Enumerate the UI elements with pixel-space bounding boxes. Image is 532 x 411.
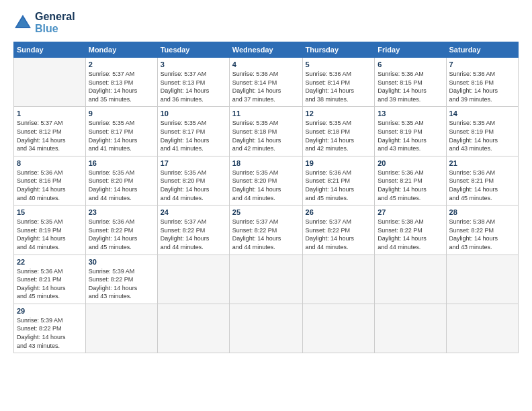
day-info: Sunrise: 5:36 AMSunset: 8:21 PMDaylight:… [378,169,443,202]
day-info: Sunrise: 5:35 AMSunset: 8:20 PMDaylight:… [89,169,154,202]
day-info: Sunrise: 5:36 AMSunset: 8:14 PMDaylight:… [232,70,300,103]
day-info: Sunrise: 5:35 AMSunset: 8:17 PMDaylight:… [89,119,154,152]
weekday-header: SundayMondayTuesdayWednesdayThursdayFrid… [14,42,519,58]
day-info: Sunrise: 5:37 AMSunset: 8:13 PMDaylight:… [89,70,154,103]
calendar-cell: 7Sunrise: 5:36 AMSunset: 8:16 PMDaylight… [446,58,518,107]
calendar-cell: 20Sunrise: 5:36 AMSunset: 8:21 PMDayligh… [375,156,446,205]
day-number: 14 [449,109,515,118]
calendar-week-1: 1Sunrise: 5:37 AMSunset: 8:12 PMDaylight… [14,107,519,156]
calendar-cell [446,304,518,353]
day-number: 17 [161,159,226,167]
calendar-week-3: 15Sunrise: 5:35 AMSunset: 8:19 PMDayligh… [14,205,519,255]
calendar-cell: 26Sunrise: 5:37 AMSunset: 8:22 PMDayligh… [302,205,375,255]
calendar-week-0: 2Sunrise: 5:37 AMSunset: 8:13 PMDaylight… [14,58,519,107]
calendar-table: SundayMondayTuesdayWednesdayThursdayFrid… [13,42,519,353]
day-number: 1 [17,109,83,118]
day-number: 22 [17,258,83,266]
day-info: Sunrise: 5:36 AMSunset: 8:14 PMDaylight:… [306,70,372,103]
calendar-cell [375,255,446,304]
calendar-cell: 28Sunrise: 5:38 AMSunset: 8:22 PMDayligh… [446,205,518,255]
day-info: Sunrise: 5:35 AMSunset: 8:18 PMDaylight:… [232,119,300,152]
day-number: 5 [306,60,372,68]
calendar-cell: 10Sunrise: 5:35 AMSunset: 8:17 PMDayligh… [157,107,229,156]
calendar-week-2: 8Sunrise: 5:36 AMSunset: 8:16 PMDaylight… [14,156,519,205]
day-number: 23 [89,208,154,216]
weekday-saturday: Saturday [446,42,518,58]
day-number: 27 [378,208,443,216]
calendar-cell: 8Sunrise: 5:36 AMSunset: 8:16 PMDaylight… [14,156,86,205]
calendar-cell: 9Sunrise: 5:35 AMSunset: 8:17 PMDaylight… [85,107,157,156]
calendar-cell [302,304,375,353]
day-number: 18 [232,159,300,167]
weekday-sunday: Sunday [14,42,86,58]
weekday-tuesday: Tuesday [157,42,229,58]
day-info: Sunrise: 5:36 AMSunset: 8:21 PMDaylight:… [306,169,372,202]
calendar-cell: 15Sunrise: 5:35 AMSunset: 8:19 PMDayligh… [14,205,86,255]
day-info: Sunrise: 5:35 AMSunset: 8:19 PMDaylight:… [378,119,443,152]
day-number: 6 [378,60,443,68]
day-number: 24 [161,208,226,216]
weekday-monday: Monday [85,42,157,58]
day-number: 16 [89,159,154,167]
weekday-thursday: Thursday [302,42,375,58]
day-info: Sunrise: 5:36 AMSunset: 8:21 PMDaylight:… [17,267,83,301]
day-number: 30 [89,258,154,266]
calendar-week-5: 29Sunrise: 5:39 AMSunset: 8:22 PMDayligh… [14,304,519,353]
calendar-cell [229,255,302,304]
day-number: 3 [161,60,226,68]
day-number: 4 [232,60,300,68]
day-info: Sunrise: 5:39 AMSunset: 8:22 PMDaylight:… [17,316,83,350]
day-info: Sunrise: 5:36 AMSunset: 8:21 PMDaylight:… [449,169,515,202]
calendar-cell [157,304,229,353]
calendar-cell: 5Sunrise: 5:36 AMSunset: 8:14 PMDaylight… [302,58,375,107]
calendar-cell: 14Sunrise: 5:35 AMSunset: 8:19 PMDayligh… [446,107,518,156]
day-number: 25 [232,208,300,216]
calendar-cell: 12Sunrise: 5:35 AMSunset: 8:18 PMDayligh… [302,107,375,156]
day-number: 26 [306,208,372,216]
day-info: Sunrise: 5:38 AMSunset: 8:22 PMDaylight:… [449,218,515,251]
calendar-cell [85,304,157,353]
day-number: 19 [306,159,372,167]
calendar-cell: 17Sunrise: 5:35 AMSunset: 8:20 PMDayligh… [157,156,229,205]
day-info: Sunrise: 5:36 AMSunset: 8:16 PMDaylight:… [17,169,83,202]
calendar-cell: 21Sunrise: 5:36 AMSunset: 8:21 PMDayligh… [446,156,518,205]
day-info: Sunrise: 5:39 AMSunset: 8:22 PMDaylight:… [89,267,154,301]
calendar-cell: 25Sunrise: 5:37 AMSunset: 8:22 PMDayligh… [229,205,302,255]
logo-icon [13,13,32,32]
logo-text: General Blue [35,11,75,35]
calendar-cell: 23Sunrise: 5:36 AMSunset: 8:22 PMDayligh… [85,205,157,255]
calendar-cell: 24Sunrise: 5:37 AMSunset: 8:22 PMDayligh… [157,205,229,255]
calendar-cell [302,255,375,304]
page: General Blue SundayMondayTuesdayWednesda… [0,0,532,411]
day-number: 2 [89,60,154,68]
day-info: Sunrise: 5:35 AMSunset: 8:18 PMDaylight:… [306,119,372,152]
calendar-cell: 22Sunrise: 5:36 AMSunset: 8:21 PMDayligh… [14,255,86,304]
day-number: 13 [378,109,443,118]
day-info: Sunrise: 5:35 AMSunset: 8:19 PMDaylight:… [449,119,515,152]
calendar-cell: 6Sunrise: 5:36 AMSunset: 8:15 PMDaylight… [375,58,446,107]
weekday-friday: Friday [375,42,446,58]
calendar-cell: 1Sunrise: 5:37 AMSunset: 8:12 PMDaylight… [14,107,86,156]
day-info: Sunrise: 5:37 AMSunset: 8:22 PMDaylight:… [306,218,372,251]
day-number: 9 [89,109,154,118]
calendar-cell: 27Sunrise: 5:38 AMSunset: 8:22 PMDayligh… [375,205,446,255]
calendar-cell: 13Sunrise: 5:35 AMSunset: 8:19 PMDayligh… [375,107,446,156]
weekday-wednesday: Wednesday [229,42,302,58]
calendar-cell [446,255,518,304]
day-info: Sunrise: 5:37 AMSunset: 8:13 PMDaylight:… [161,70,226,103]
day-info: Sunrise: 5:35 AMSunset: 8:20 PMDaylight:… [232,169,300,202]
calendar-cell: 30Sunrise: 5:39 AMSunset: 8:22 PMDayligh… [85,255,157,304]
calendar-cell: 4Sunrise: 5:36 AMSunset: 8:14 PMDaylight… [229,58,302,107]
day-info: Sunrise: 5:37 AMSunset: 8:22 PMDaylight:… [232,218,300,251]
calendar-cell: 2Sunrise: 5:37 AMSunset: 8:13 PMDaylight… [85,58,157,107]
day-number: 29 [17,307,83,315]
day-info: Sunrise: 5:36 AMSunset: 8:16 PMDaylight:… [449,70,515,103]
day-info: Sunrise: 5:37 AMSunset: 8:22 PMDaylight:… [161,218,226,251]
calendar-cell: 29Sunrise: 5:39 AMSunset: 8:22 PMDayligh… [14,304,86,353]
calendar-cell [229,304,302,353]
day-info: Sunrise: 5:36 AMSunset: 8:15 PMDaylight:… [378,70,443,103]
calendar-cell [14,58,86,107]
day-number: 28 [449,208,515,216]
day-info: Sunrise: 5:35 AMSunset: 8:20 PMDaylight:… [161,169,226,202]
calendar-cell [375,304,446,353]
